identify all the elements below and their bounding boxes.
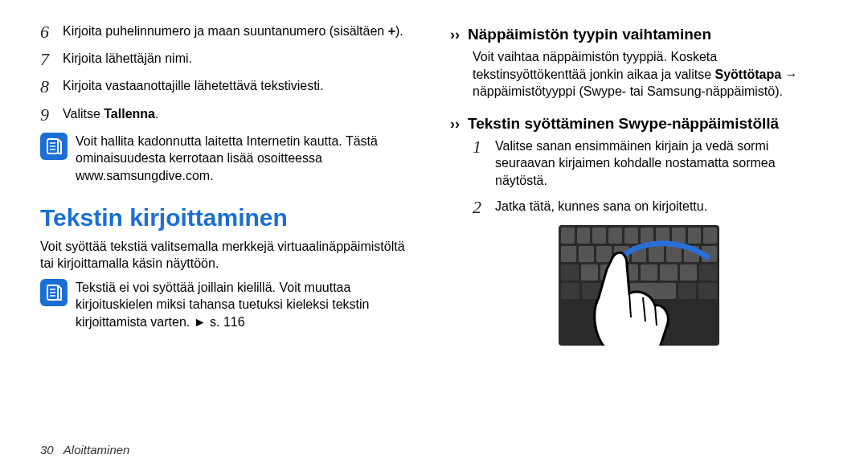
chevron-icon: ›› — [450, 27, 460, 43]
subheading-swype: ›› Tekstin syöttäminen Swype-näppäimistö… — [450, 115, 828, 133]
note-block: Tekstiä ei voi syöttää joillain kielillä… — [40, 279, 418, 331]
step-text: Valitse Tallenna. — [63, 105, 418, 123]
step-number: 8 — [40, 77, 63, 96]
body-text: Voit vaihtaa näppäimistön tyyppiä. Koske… — [450, 48, 828, 100]
subheading-keyboard-type: ›› Näppäimistön tyypin vaihtaminen — [450, 26, 828, 43]
swype-step-1: 1 Valitse sanan ensimmäinen kirjain ja v… — [450, 137, 828, 190]
step-text: Kirjoita puhelinnumero ja maan suuntanum… — [63, 23, 418, 40]
step-text: Valitse sanan ensimmäinen kirjain ja ved… — [495, 137, 828, 190]
section-title: Aloittaminen — [63, 443, 130, 457]
step-9: 9 Valitse Tallenna. — [40, 105, 418, 125]
page-footer: 30 Aloittaminen — [40, 443, 129, 457]
note-block: Voit hallita kadonnutta laitetta Interne… — [40, 133, 418, 185]
step-number: 2 — [473, 198, 495, 217]
page-number: 30 — [40, 443, 54, 457]
step-6: 6 Kirjoita puhelinnumero ja maan suuntan… — [40, 23, 418, 42]
keyboard — [559, 225, 719, 346]
chevron-icon: ›› — [450, 116, 460, 133]
body-text: Voit syöttää tekstiä valitsemalla merkke… — [40, 238, 418, 272]
note-text: Tekstiä ei voi syöttää joillain kielillä… — [76, 279, 418, 331]
step-text: Kirjoita vastaanottajille lähetettävä te… — [63, 77, 418, 95]
step-text: Kirjoita lähettäjän nimi. — [63, 50, 418, 68]
note-text: Voit hallita kadonnutta laitetta Interne… — [76, 133, 418, 185]
step-number: 1 — [473, 137, 495, 157]
keyboard-illustration — [450, 225, 828, 346]
note-icon — [40, 133, 68, 160]
step-number: 6 — [40, 23, 63, 42]
step-8: 8 Kirjoita vastaanottajille lähetettävä … — [40, 77, 418, 96]
step-number: 7 — [40, 50, 63, 69]
note-icon — [40, 279, 68, 306]
swype-step-2: 2 Jatka tätä, kunnes sana on kirjoitettu… — [450, 198, 828, 217]
step-text: Jatka tätä, kunnes sana on kirjoitettu. — [495, 198, 828, 215]
step-number: 9 — [40, 105, 63, 125]
section-heading: Tekstin kirjoittaminen — [40, 204, 418, 231]
step-7: 7 Kirjoita lähettäjän nimi. — [40, 50, 418, 69]
